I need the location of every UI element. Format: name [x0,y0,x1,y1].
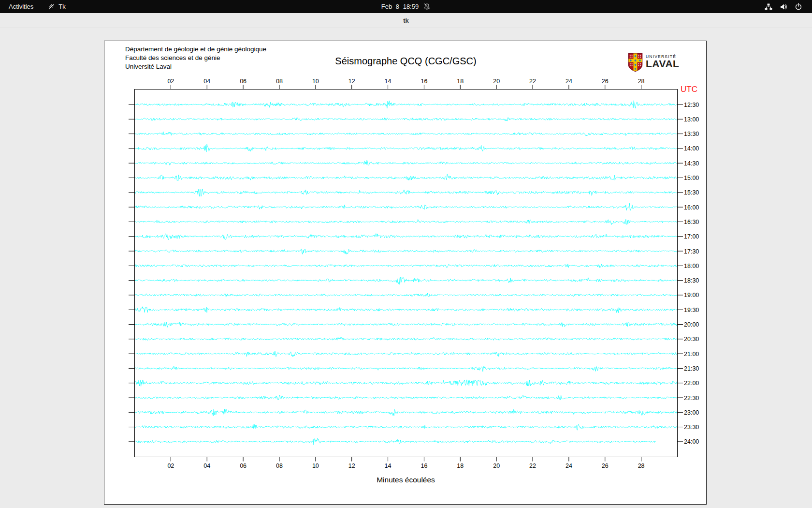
tk-app-icon [48,3,55,10]
seismogram-trace [135,293,677,297]
seismograph-plot: 0202040406060808101012121414161618182020… [104,41,707,505]
x-tick-label: 10 [312,78,319,85]
x-tick-label: 14 [385,463,392,469]
time-label: 19:00 [684,292,699,299]
time-label: 18:00 [684,263,699,269]
time-label: 22:00 [684,380,699,387]
x-tick-label: 28 [638,78,645,85]
time-label: 15:00 [684,175,699,181]
x-tick-label: 12 [348,463,355,469]
time-label: 14:30 [684,160,699,167]
volume-icon [780,3,787,11]
plot-border [135,90,678,457]
time-label: 23:00 [684,409,699,416]
seismogram-trace [135,380,677,387]
time-label: 24:00 [684,438,699,445]
seismogram-trace [135,424,677,430]
x-tick-label: 06 [240,78,246,85]
x-tick-label: 06 [240,463,246,469]
time-label: 13:00 [684,116,699,123]
seismogram-trace [135,174,677,181]
x-tick-label: 26 [602,463,609,469]
time-label: 16:00 [684,204,699,211]
x-tick-label: 08 [276,463,283,469]
x-tick-label: 02 [167,78,174,85]
x-tick-label: 22 [529,78,536,85]
seismograph-canvas: Département de géologie et de génie géol… [104,41,707,505]
time-label: 16:30 [684,219,699,225]
x-tick-label: 26 [602,78,609,85]
seismogram-trace [135,307,677,313]
time-label: 22:30 [684,395,699,402]
notifications-disabled-icon [423,3,431,10]
x-axis-title: Minutes écoulées [134,476,677,484]
activities-button[interactable]: Activities [0,0,42,13]
seismogram-trace [135,101,677,108]
seismogram-trace [135,219,677,224]
time-label: 17:30 [684,248,699,255]
seismogram-trace [135,189,677,196]
time-label: 21:00 [684,351,699,358]
x-tick-label: 10 [312,463,319,469]
clock-menu[interactable]: Feb 8 18:59 [381,0,431,13]
time-label: 18:30 [684,277,699,284]
seismogram-trace [135,118,677,121]
seismogram-trace [135,277,677,284]
x-tick-label: 28 [638,463,645,469]
time-label: 14:00 [684,145,699,152]
x-tick-label: 04 [203,463,210,469]
x-tick-label: 18 [457,78,464,85]
time-label: 20:30 [684,336,699,343]
seismogram-trace [135,249,677,254]
time-label: 20:00 [684,321,699,328]
seismogram-trace [135,337,677,341]
x-tick-label: 08 [276,78,283,85]
x-tick-label: 16 [420,78,427,85]
time-label: 21:30 [684,365,699,372]
x-tick-label: 02 [167,463,174,469]
x-tick-label: 24 [566,78,572,85]
x-tick-label: 20 [493,78,500,85]
seismogram-trace [135,144,677,152]
time-label: 19:30 [684,307,699,314]
seismogram-trace [135,264,677,268]
x-tick-label: 12 [348,78,355,85]
gnome-top-bar: Activities Tk Feb 8 18:59 [0,0,812,13]
network-icon [765,3,772,11]
seismogram-trace [135,132,677,136]
seismogram-trace [135,322,677,328]
time-label: 15:30 [684,189,699,196]
x-tick-label: 16 [420,463,427,469]
x-tick-label: 24 [566,463,572,469]
time-label: 12:30 [684,102,699,108]
power-icon [795,3,802,11]
x-tick-label: 20 [493,463,500,469]
seismogram-trace [135,203,677,210]
window-title: tk [0,13,812,28]
x-tick-label: 14 [385,78,392,85]
seismogram-trace [135,409,677,416]
x-tick-label: 22 [529,463,536,469]
clock-label: Feb 8 18:59 [381,3,419,10]
seismogram-trace [135,351,677,357]
system-status-area[interactable] [765,0,812,13]
time-label: 17:00 [684,233,699,240]
app-menu-label: Tk [58,3,65,10]
time-label: 13:30 [684,131,699,137]
window-titlebar[interactable]: tk [0,13,812,28]
app-menu[interactable]: Tk [42,0,71,13]
seismogram-trace [135,366,677,372]
seismogram-trace [135,234,677,240]
seismogram-trace [135,160,677,165]
x-tick-label: 18 [457,463,464,469]
seismogram-trace [135,395,677,400]
time-label: 23:30 [684,424,699,431]
seismogram-trace [135,438,656,445]
window-content: Département de géologie et de génie géol… [0,29,812,508]
x-tick-label: 04 [203,78,210,85]
